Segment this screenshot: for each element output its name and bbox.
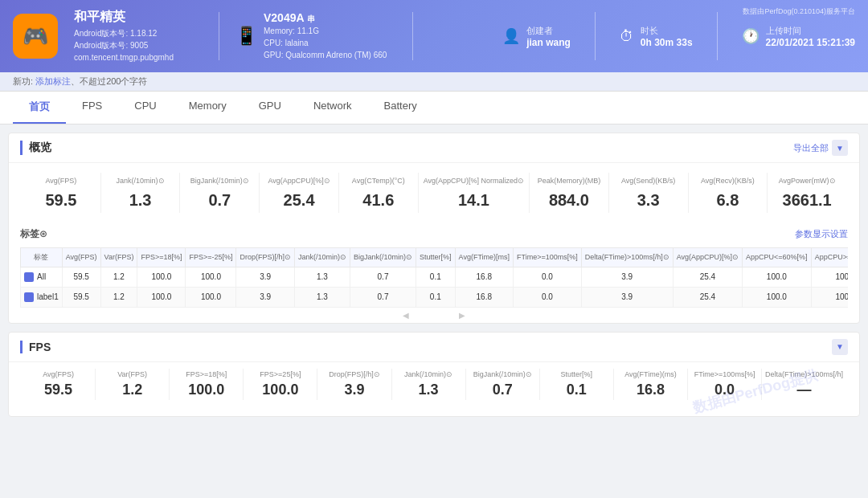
fps-metric-item: Var(FPS)1.2 (96, 369, 170, 400)
metric-label: Avg(AppCPU)[%]⊙ (264, 176, 334, 186)
creator-value: jian wang (526, 37, 571, 48)
metric-item: Jank(/10min)⊙1.3 (101, 173, 181, 213)
duration-label: 时长 (641, 25, 693, 37)
checkbox[interactable] (24, 272, 34, 282)
divider-4 (717, 12, 718, 60)
collapse-icon[interactable]: ▼ (832, 140, 848, 156)
checkbox-cell: All (24, 272, 59, 282)
metric-label: Peak(Memory)(MB) (534, 176, 604, 186)
metric-label: Avg(CTemp)(°C) (344, 176, 413, 186)
tab-cpu[interactable]: CPU (118, 92, 172, 124)
fps-metric-label: Avg(FTime)(ms) (617, 370, 684, 378)
metric-value: 59.5 (27, 191, 96, 210)
checkbox-cell: label1 (24, 292, 59, 302)
notice-link[interactable]: 添加标注 (35, 76, 71, 86)
checkbox[interactable] (24, 292, 34, 302)
nav-tabs: 首页 FPS CPU Memory GPU Network Battery (0, 92, 868, 124)
duration-value: 0h 30m 33s (641, 37, 693, 48)
table-cell: 3.9 (581, 267, 673, 287)
metric-value: 14.1 (424, 191, 524, 210)
tab-battery[interactable]: Battery (368, 92, 433, 124)
table-cell: 3.9 (236, 267, 295, 287)
header: 数据由PerfDog(0.210104)服务平台 🎮 和平精英 Android版… (0, 0, 868, 72)
tab-fps[interactable]: FPS (66, 92, 118, 124)
table-cell: 100.0 (811, 287, 848, 307)
metric-item: Avg(Recv)(KB/s)6.8 (689, 173, 768, 213)
fps-metric-item: Drop(FPS)[/h]⊙3.9 (317, 369, 391, 400)
col-header: FPS>=18[%] (137, 247, 186, 267)
col-header: Drop(FPS)[/h]⊙ (236, 247, 295, 267)
metric-item: Avg(AppCPU)[%] Normalized⊙14.1 (419, 173, 530, 213)
upload-label: 上传时间 (766, 25, 855, 37)
metric-value: 0.7 (185, 191, 254, 210)
table-cell: 100.0 (743, 287, 812, 307)
table-cell: 1.3 (294, 287, 350, 307)
tab-memory[interactable]: Memory (173, 92, 243, 124)
overview-header: 概览 导出全部 ▼ (9, 133, 859, 163)
param-display-button[interactable]: 参数显示设置 (795, 228, 848, 240)
fps-metric-label: Avg(FPS) (25, 370, 92, 378)
export-all-button[interactable]: 导出全部 ▼ (793, 140, 848, 156)
app-info: 和平精英 Android版本号: 1.18.12 Android版本号: 900… (74, 9, 203, 63)
table-cell: 1.2 (100, 267, 137, 287)
table-cell: 0.0 (514, 287, 582, 307)
tab-network[interactable]: Network (297, 92, 368, 124)
device-icon: 📱 (235, 26, 257, 47)
table-cell: 3.9 (581, 287, 673, 307)
col-header: Stutter[%] (416, 247, 456, 267)
fps-metric-value: 100.0 (247, 382, 313, 398)
fps-metric-item: FPS>=25[%]100.0 (244, 369, 317, 400)
metric-value: 3661.1 (772, 191, 841, 210)
row-label-cell: All (21, 267, 63, 287)
label-section: 标签⊙ 参数显示设置 标签Avg(FPS)Var(FPS)FPS>=18[%]F… (9, 219, 859, 323)
upload-value: 22/01/2021 15:21:39 (766, 37, 855, 48)
metric-label: Avg(FPS) (27, 176, 96, 186)
metric-item: Avg(Send)(KB/s)3.3 (609, 173, 689, 213)
metric-value: 1.3 (106, 191, 175, 210)
upload-icon: 🕐 (742, 27, 760, 45)
col-header-label: 标签 (21, 247, 63, 267)
fps-metric-label: Var(FPS) (99, 370, 166, 378)
metric-item: Peak(Memory)(MB)884.0 (530, 173, 609, 213)
metric-value: 884.0 (534, 191, 604, 210)
tab-home[interactable]: 首页 (13, 92, 66, 124)
divider-2 (412, 12, 413, 60)
fps-metric-value: 1.3 (395, 382, 462, 398)
table-cell: 100.0 (743, 267, 812, 287)
table-cell: 16.8 (455, 267, 514, 287)
table-cell: 100.0 (811, 267, 848, 287)
col-header: Avg(AppCPU)[%]⊙ (673, 247, 742, 267)
table-cell: 100.0 (137, 267, 186, 287)
app-name: 和平精英 (74, 9, 203, 26)
device-info: V2049A 串 Memory: 11.1G CPU: lalaina GPU:… (264, 11, 387, 61)
device-gpu: GPU: Qualcomm Adreno (TM) 660 (264, 49, 387, 61)
fps-metric-item: BigJank(/10min)⊙0.7 (466, 369, 540, 400)
metric-item: Avg(CTemp)(°C)41.6 (339, 173, 419, 213)
fps-metric-value: 100.0 (173, 382, 240, 398)
fps-metric-label: FTime>=100ms[%] (691, 370, 758, 378)
metric-item: AvgPower(mW)⊙3661.1 (768, 173, 846, 213)
table-cell: 59.5 (62, 287, 100, 307)
device-memory: Memory: 11.1G (264, 25, 387, 37)
top-right-text: 数据由PerfDog(0.210104)服务平台 (743, 6, 855, 17)
tab-gpu[interactable]: GPU (243, 92, 297, 124)
header-meta: 👤 创建者 jian wang ⏱ 时长 0h 30m 33s 🕐 上传时间 2… (502, 12, 855, 60)
col-header: FPS>=-25[%] (186, 247, 236, 267)
table-cell: 16.8 (455, 287, 514, 307)
notice-bar: 新功: 添加标注、不超过200个字符 (0, 72, 868, 92)
row-label-cell: label1 (21, 287, 63, 307)
col-header: AppCPU>=80%[%] (811, 247, 848, 267)
metric-label: Jank(/10min)⊙ (106, 176, 175, 186)
table-cell: 25.4 (673, 287, 742, 307)
metric-value: 3.3 (614, 191, 683, 210)
table-container: 标签Avg(FPS)Var(FPS)FPS>=18[%]FPS>=-25[%]D… (20, 244, 848, 308)
fps-metric-item: Avg(FTime)(ms)16.8 (614, 369, 688, 400)
fps-metric-value: 3.9 (321, 382, 387, 398)
metric-value: 41.6 (344, 191, 413, 210)
table-cell: 0.1 (416, 267, 456, 287)
duration-icon: ⏱ (620, 28, 634, 45)
fps-collapse-button[interactable]: ▼ (832, 339, 848, 355)
fps-metric-label: FPS>=25[%] (247, 370, 313, 378)
device-section: 📱 V2049A 串 Memory: 11.1G CPU: lalaina GP… (235, 11, 396, 61)
table-cell: 3.9 (236, 287, 295, 307)
